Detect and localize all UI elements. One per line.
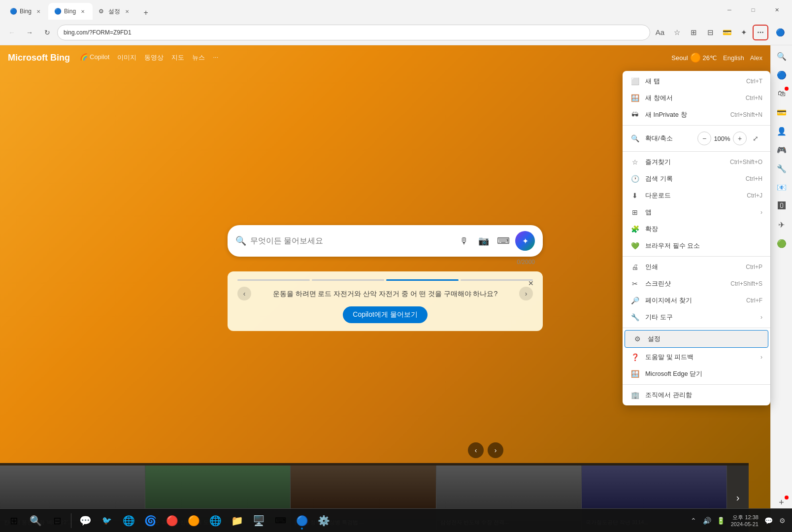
- taskbar-settings[interactable]: ⚙️: [314, 511, 333, 531]
- copilot-sidebar-icon[interactable]: ✦: [736, 25, 752, 40]
- menu-org-manage[interactable]: 🏢 조직에서 관리함: [623, 387, 770, 403]
- sidebar-search-icon[interactable]: 🔍: [773, 47, 791, 65]
- nav-more[interactable]: ···: [213, 51, 218, 64]
- taskbar-start[interactable]: ⊞: [4, 511, 24, 531]
- tab1-close[interactable]: ✕: [34, 7, 42, 15]
- menu-favorites[interactable]: ☆ 즐겨찾기 Ctrl+Shift+O: [623, 154, 770, 170]
- menu-help[interactable]: ❓ 도움말 및 피드백 ›: [623, 349, 770, 366]
- sidebar-wallet-icon[interactable]: 💳: [773, 103, 791, 121]
- tab-3[interactable]: ⚙ 설정 ✕: [93, 3, 137, 20]
- taskbar-keyboard[interactable]: ⌨: [270, 511, 290, 531]
- nav-maps[interactable]: 지도: [171, 51, 184, 64]
- tray-notification[interactable]: 💬: [762, 515, 774, 527]
- edge-copilot-icon[interactable]: 🔵: [772, 25, 788, 40]
- tray-volume[interactable]: 🔊: [701, 515, 713, 527]
- card-prev-btn[interactable]: ‹: [237, 287, 251, 300]
- sidebar-shop-icon[interactable]: 🛍: [773, 85, 791, 102]
- sidebar-telegram-icon[interactable]: ✈: [773, 216, 791, 233]
- new-tab-button[interactable]: +: [139, 6, 153, 20]
- taskbar-edge[interactable]: 🔵: [292, 511, 312, 531]
- zoom-in-btn[interactable]: +: [733, 132, 747, 145]
- forward-button[interactable]: →: [22, 25, 37, 40]
- menu-other-tools[interactable]: 🔧 기타 도구 ›: [623, 309, 770, 326]
- favorites-menu-icon: ☆: [630, 158, 639, 166]
- menu-screenshot[interactable]: ✂ 스크린샷 Ctrl+Shift+S: [623, 275, 770, 292]
- copilot-ask-btn[interactable]: Copilot에게 물어보기: [343, 306, 427, 323]
- split-screen-icon[interactable]: ⊞: [686, 25, 701, 40]
- keyboard-btn[interactable]: ⌨: [495, 233, 511, 249]
- tab-1[interactable]: 🔵 Bing ✕: [4, 3, 48, 20]
- help-icon: ❓: [630, 353, 639, 362]
- tab2-close[interactable]: ✕: [79, 7, 87, 15]
- menu-settings[interactable]: ⚙ 설정: [625, 330, 768, 348]
- menu-new-window[interactable]: 🪟 새 창에서 Ctrl+N: [623, 90, 770, 106]
- taskbar-explorer[interactable]: 🖥️: [249, 511, 268, 531]
- taskbar-chrome5[interactable]: 🌐: [205, 511, 225, 531]
- search-input[interactable]: [250, 236, 452, 245]
- zoom-expand-btn[interactable]: ⤢: [749, 132, 762, 145]
- maximize-button[interactable]: □: [742, 2, 764, 18]
- read-aloud-icon[interactable]: Aa: [652, 25, 668, 40]
- sidebar-outlook-icon[interactable]: 📧: [773, 178, 791, 196]
- url-bar[interactable]: bing.com/?FORM=Z9FD1: [57, 25, 650, 40]
- sidebar-tools-icon[interactable]: 🔧: [773, 160, 791, 177]
- taskbar-twitter[interactable]: 🐦: [97, 511, 117, 531]
- sidebar-green-icon[interactable]: 🟢: [773, 234, 791, 252]
- carousel-prev-btn[interactable]: ‹: [468, 442, 484, 458]
- menu-browser-essentials[interactable]: 💚 브라우저 필수 요소: [623, 237, 770, 254]
- more-tools-button[interactable]: ···: [753, 25, 768, 40]
- zoom-out-btn[interactable]: −: [697, 132, 711, 145]
- help-label: 도움말 및 피드백: [645, 353, 755, 362]
- carousel-next-btn[interactable]: ›: [488, 442, 503, 458]
- tray-settings[interactable]: ⚙: [776, 515, 788, 527]
- favorites-icon[interactable]: ☆: [669, 25, 685, 40]
- nav-videos[interactable]: 동영상: [144, 51, 164, 64]
- menu-new-tab[interactable]: ⬜ 새 탭 Ctrl+T: [623, 73, 770, 90]
- image-search-btn[interactable]: 📷: [476, 233, 492, 249]
- collections-icon[interactable]: ⊟: [702, 25, 718, 40]
- tab3-close[interactable]: ✕: [123, 7, 131, 15]
- taskbar-search[interactable]: 🔍: [26, 511, 45, 531]
- sidebar-profile-icon[interactable]: 👤: [773, 122, 791, 140]
- dropdown-menu: ⬜ 새 탭 Ctrl+T 🪟 새 창에서 Ctrl+N 🕶 새 InPrivat…: [623, 71, 770, 405]
- menu-find[interactable]: 🔎 페이지에서 찾기 Ctrl+F: [623, 292, 770, 309]
- minimize-button[interactable]: ─: [718, 2, 741, 18]
- menu-apps[interactable]: ⊞ 앱 ›: [623, 204, 770, 221]
- card-close-btn[interactable]: ✕: [525, 277, 537, 289]
- sidebar-msoffice-icon[interactable]: 🅾: [773, 197, 791, 215]
- menu-history[interactable]: 🕐 검색 기록 Ctrl+H: [623, 170, 770, 187]
- tray-clock[interactable]: 오후 12:38 2024-05-21: [729, 514, 760, 527]
- tray-network[interactable]: ⌃: [688, 515, 699, 527]
- copilot-circle-btn[interactable]: ✦: [515, 231, 535, 251]
- sidebar-copilot-icon[interactable]: 🔵: [773, 66, 791, 84]
- menu-close-edge[interactable]: 🪟 Microsoft Edge 닫기: [623, 366, 770, 382]
- taskbar-chrome1[interactable]: 🌐: [119, 511, 138, 531]
- close-button[interactable]: ✕: [765, 2, 788, 18]
- menu-extensions[interactable]: 🧩 확장: [623, 221, 770, 237]
- tab-2[interactable]: 🔵 Bing ✕: [48, 3, 93, 20]
- voice-search-btn[interactable]: 🎙: [456, 233, 472, 249]
- menu-downloads[interactable]: ⬇ 다운로드 Ctrl+J: [623, 187, 770, 204]
- sidebar-games-icon[interactable]: 🎮: [773, 141, 791, 159]
- taskbar-chrome3[interactable]: 🔴: [162, 511, 182, 531]
- new-tab-label: 새 탭: [645, 77, 740, 86]
- nav-images[interactable]: 이미지: [117, 51, 136, 64]
- nav-news[interactable]: 뉴스: [192, 51, 205, 64]
- card-action: Copilot에게 물어보기: [237, 306, 533, 323]
- menu-print[interactable]: 🖨 인쇄 Ctrl+P: [623, 259, 770, 275]
- taskbar-kakao[interactable]: 💬: [75, 511, 95, 531]
- wallet-icon[interactable]: 💳: [719, 25, 735, 40]
- tray-battery[interactable]: 🔋: [715, 515, 727, 527]
- refresh-button[interactable]: ↻: [39, 25, 55, 40]
- taskbar-files[interactable]: 📁: [227, 511, 247, 531]
- zoom-value: 100%: [713, 135, 731, 142]
- taskbar-chrome4[interactable]: 🟠: [184, 511, 203, 531]
- back-button[interactable]: ←: [4, 25, 20, 40]
- org-icon: 🏢: [630, 391, 639, 399]
- taskbar-chrome2[interactable]: 🌀: [140, 511, 160, 531]
- nav-copilot[interactable]: 🌈Copilot: [80, 51, 109, 64]
- user-btn[interactable]: Alex: [750, 54, 762, 62]
- menu-inprivate[interactable]: 🕶 새 InPrivate 창 Ctrl+Shift+N: [623, 106, 770, 123]
- language-btn[interactable]: English: [723, 54, 744, 62]
- taskbar-task-view[interactable]: ⊟: [47, 511, 67, 531]
